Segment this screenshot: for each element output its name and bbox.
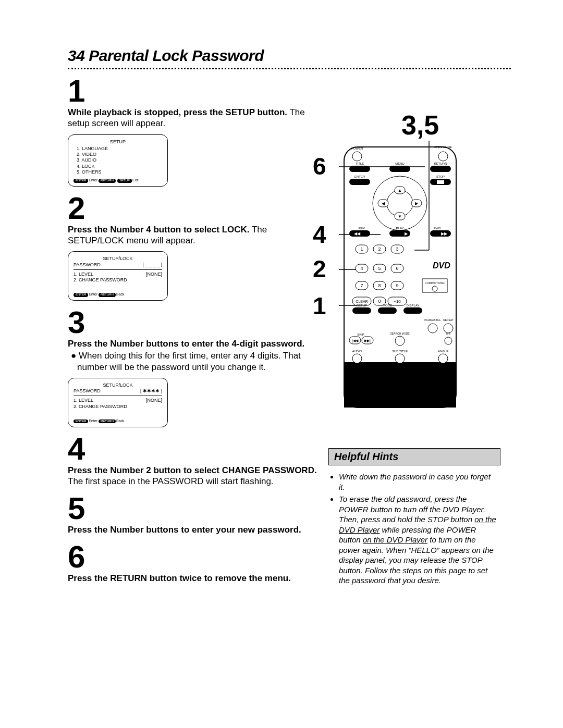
step-body-5: Press the Number buttons to enter your n… (68, 524, 318, 535)
svg-text:2: 2 (378, 246, 381, 252)
page-number: 34 (68, 47, 84, 64)
step-number-3: 3 (68, 307, 328, 338)
svg-text:STOP: STOP (436, 175, 445, 178)
svg-text:TITLE: TITLE (356, 162, 364, 165)
helpful-hints: Helpful Hints Write down the password in… (328, 448, 500, 588)
step-number-2: 2 (68, 193, 328, 224)
step-body-2: Press the Number 4 button to select LOCK… (68, 224, 318, 246)
svg-text:POWER: POWER (351, 147, 363, 150)
svg-text:▲: ▲ (398, 188, 402, 193)
callout-4: 4 (313, 220, 326, 249)
svg-rect-2 (344, 391, 456, 408)
step-body-4: Press the Number 2 button to select CHAN… (68, 465, 318, 487)
svg-text:▶▶: ▶▶ (441, 231, 448, 236)
svg-text:9: 9 (396, 283, 398, 288)
remote-icon: POWER OPEN/ CLOSE TITLE MENU RETURN ENTE… (339, 141, 485, 422)
svg-text:SUB TITLE: SUB TITLE (392, 350, 408, 353)
svg-text:FWD: FWD (434, 227, 441, 230)
svg-text:ENTER: ENTER (354, 175, 365, 178)
svg-text:◀◀: ◀◀ (354, 231, 361, 236)
svg-text:4: 4 (360, 266, 363, 271)
page-title: 34 Parental Lock Password (68, 47, 511, 65)
svg-rect-19 (349, 179, 370, 185)
title-text: Parental Lock Password (89, 47, 264, 64)
svg-rect-73 (378, 307, 397, 314)
hint-2: To erase the old password, press the POW… (339, 494, 497, 586)
callout-1: 1 (313, 292, 326, 320)
svg-rect-15 (389, 166, 410, 172)
divider-dots (68, 68, 511, 69)
step-body-3: Press the Number buttons to enter the 4-… (68, 338, 318, 373)
svg-rect-17 (430, 166, 451, 172)
svg-rect-40 (430, 230, 451, 237)
svg-text:SETUP: SETUP (357, 304, 367, 307)
svg-text:DISPLAY: DISPLAY (407, 304, 420, 307)
step-number-6: 6 (68, 541, 328, 573)
svg-text:▶: ▶ (405, 231, 408, 236)
callout-2: 2 (313, 255, 326, 283)
svg-text:▶: ▶ (415, 201, 419, 206)
step-number-4: 4 (68, 434, 328, 465)
svg-text:MENU: MENU (395, 162, 405, 165)
svg-point-11 (438, 152, 448, 161)
svg-point-9 (352, 152, 362, 161)
svg-text:CLEAR: CLEAR (356, 300, 368, 303)
svg-text:5: 5 (378, 266, 381, 271)
hints-title: Helpful Hints (328, 448, 500, 465)
svg-text:REPEAT: REPEAT (443, 318, 454, 322)
svg-rect-71 (352, 307, 371, 314)
svg-text:+10: +10 (394, 299, 401, 304)
svg-text:▼: ▼ (398, 214, 402, 219)
svg-text:PLAY: PLAY (396, 227, 404, 230)
svg-text:SEARCH MODE: SEARCH MODE (390, 332, 410, 335)
svg-point-86 (395, 336, 405, 346)
svg-point-95 (438, 354, 448, 363)
svg-text:A-B: A-B (446, 332, 451, 335)
svg-text:SKIP: SKIP (357, 333, 364, 336)
svg-text:3: 3 (396, 246, 398, 252)
hint-1: Write down the password in case you forg… (339, 472, 497, 492)
step-body-6: Press the RETURN button twice to remove … (68, 573, 318, 584)
svg-text:REV: REV (359, 227, 365, 230)
step-number-1: 1 (68, 76, 328, 107)
callout-3-5: 3,5 (401, 109, 439, 141)
screen-lock-empty: SETUP/LOCK PASSWORD[ _ _ _ _ ] 1. LEVEL[… (68, 251, 168, 301)
svg-text:6: 6 (396, 266, 398, 271)
svg-text:PAUSE/STILL: PAUSE/STILL (424, 318, 441, 322)
screen-setup: SETUP 1. LANGUAGE 2. VIDEO 3. AUDIO 4. L… (68, 134, 168, 187)
svg-point-77 (428, 324, 437, 333)
svg-point-91 (352, 354, 362, 363)
svg-text:ANGLE: ANGLE (438, 350, 448, 353)
svg-text:0: 0 (378, 299, 381, 304)
svg-text:◀: ◀ (382, 201, 385, 206)
svg-rect-23 (437, 180, 444, 184)
screen-lock-filled: SETUP/LOCK PASSWORD[ ✱✱✱✱ ] 1. LEVEL[NON… (68, 378, 168, 427)
svg-text:OPEN/
CLOSE: OPEN/ CLOSE (434, 145, 452, 149)
step-number-5: 5 (68, 493, 328, 524)
svg-text:DVD: DVD (433, 261, 450, 270)
svg-rect-75 (403, 307, 422, 314)
svg-text:AUDIO: AUDIO (352, 350, 362, 353)
svg-text:7: 7 (360, 283, 363, 288)
step-body-1: While playback is stopped, press the SET… (68, 107, 318, 129)
svg-rect-13 (349, 166, 370, 172)
callout-6: 6 (313, 152, 326, 180)
hints-body: Write down the password in case you forg… (328, 465, 500, 586)
svg-text:▶▶|: ▶▶| (364, 339, 371, 343)
svg-text:COMPACT DISC: COMPACT DISC (425, 281, 445, 285)
svg-text:8: 8 (378, 283, 381, 288)
svg-text:1: 1 (360, 246, 363, 252)
svg-text:MODE: MODE (383, 304, 392, 307)
svg-point-88 (445, 337, 452, 344)
svg-text:RETURN: RETURN (434, 162, 447, 165)
svg-point-93 (395, 354, 405, 363)
svg-text:|◀◀: |◀◀ (352, 339, 359, 343)
